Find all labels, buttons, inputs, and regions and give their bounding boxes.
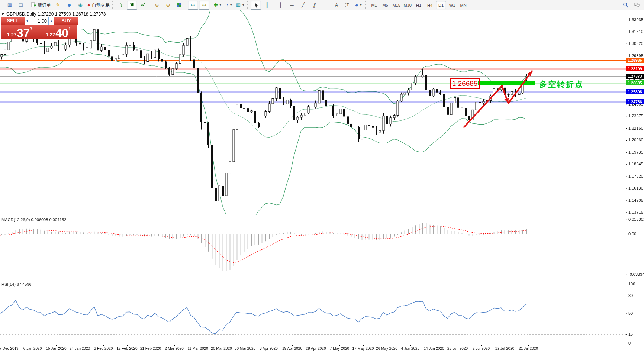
timeframe-button-m15[interactable]: M15 — [391, 1, 402, 9]
auto-scroll-icon: ↦ — [191, 3, 195, 7]
y-axis-tick-label: 1.13715 — [628, 210, 644, 214]
timeframe-button-w1[interactable]: W1 — [447, 1, 457, 9]
y-axis-tick-label: 1.19735 — [628, 150, 644, 154]
zoom-out-button[interactable]: ⊖ — [163, 1, 173, 10]
volume-decrease-button[interactable]: ▼ — [25, 17, 30, 25]
channel-button[interactable]: ∥ — [309, 1, 319, 10]
fibonacci-icon: ≡ — [324, 3, 327, 7]
signals-button[interactable]: ◉ — [75, 1, 86, 10]
line-chart-button[interactable] — [138, 1, 148, 10]
periods-button[interactable]: ◔▼ — [224, 1, 234, 10]
timeframe-button-mn[interactable]: MN — [458, 1, 468, 9]
x-axis-date-label: 23 Jun 2020 — [447, 346, 468, 351]
arrows-button[interactable]: ◆▼ — [354, 1, 364, 10]
x-axis-date-label: 15 Jan 2020 — [46, 346, 66, 351]
community-icon: ☻ — [67, 3, 72, 7]
mt4-window: ▦ ▤ 新订单 ✎ ☻ ◉ ● 自动交易 ⊕ ⊖ ↦ ↤ — [0, 0, 644, 352]
search-button[interactable] — [620, 1, 631, 10]
timeframe-group: M1M5M15M30H1H4D1W1MN — [368, 1, 469, 9]
sell-button[interactable]: SELL — [1, 17, 25, 25]
cursor-button[interactable] — [251, 1, 261, 10]
timeframe-button-m1[interactable]: M1 — [369, 1, 379, 9]
buy-price-main: 40 — [55, 28, 68, 39]
x-axis-date-label: 21 Feb 2020 — [140, 346, 161, 351]
auto-scroll-button[interactable]: ↦ — [188, 1, 198, 10]
pivot-annotation-text[interactable]: 多空转折点 — [539, 79, 584, 90]
sell-price-main: 37 — [17, 28, 29, 39]
text-label-button[interactable]: T — [342, 1, 353, 10]
x-axis-date-label: 21 Jul 2020 — [519, 346, 538, 351]
x-axis-date-label: 14 Jun 2020 — [424, 346, 444, 351]
rsi-label: RSI(14) 67.4596 — [1, 282, 32, 287]
price-tag: 1.26685 — [626, 80, 644, 85]
vertical-line-button[interactable]: │ — [276, 1, 286, 10]
sell-price-display[interactable]: 1.27373 — [1, 25, 39, 39]
metaeditor-button[interactable]: ✎ — [53, 1, 63, 10]
x-axis-date-label: 26 May 2020 — [376, 346, 397, 351]
text-button[interactable]: A — [331, 1, 342, 10]
profiles-button[interactable]: ▤ — [16, 1, 26, 10]
timeframe-button-m30[interactable]: M30 — [402, 1, 413, 9]
clock-icon: ◔ — [225, 3, 228, 7]
chart-shift-icon: ↤ — [202, 3, 206, 7]
chat-button[interactable] — [631, 1, 642, 10]
autotrading-button[interactable]: ● 自动交易 — [86, 1, 111, 10]
x-axis-date-label: 12 Feb 2020 — [116, 346, 137, 351]
x-axis-date-label: 4 Jun 2020 — [401, 346, 420, 351]
timeframe-button-d1[interactable]: D1 — [436, 1, 446, 9]
trendline-button[interactable]: ╱ — [298, 1, 308, 10]
template-icon: ▦ — [236, 3, 241, 7]
spinner-down-icon: ▼ — [26, 20, 29, 22]
indicators-button[interactable]: ✚▼ — [213, 1, 223, 10]
x-axis-date-label: 2 Mar 2020 — [165, 346, 184, 351]
buy-button[interactable]: BUY — [54, 17, 78, 25]
price-tag: 1.28109 — [626, 66, 644, 71]
y-axis-tick-label: 1.17320 — [628, 174, 644, 178]
x-axis-date-label: 19 Apr 2020 — [282, 346, 302, 351]
timeframe-button-h1[interactable]: H1 — [413, 1, 424, 9]
trendline-icon: ╱ — [302, 3, 305, 7]
new-chart-icon: ▦ — [7, 3, 12, 7]
volume-input[interactable]: 1.00 — [30, 17, 49, 25]
buy-price-display[interactable]: 1.27401 — [39, 25, 77, 39]
fibonacci-button[interactable]: ≡ — [320, 1, 331, 10]
candlestick-chart-button[interactable] — [127, 1, 137, 10]
search-icon — [623, 2, 628, 8]
chart-shift-button[interactable]: ↤ — [199, 1, 209, 10]
dropdown-arrow-icon: ▼ — [219, 4, 222, 7]
candlestick-chart-icon — [129, 2, 135, 8]
sell-price-pipette: 3 — [30, 26, 32, 32]
macd-axis-tick-label: 0.013301 — [628, 217, 644, 222]
crosshair-button[interactable]: ╂ — [262, 1, 272, 10]
y-axis-tick-label: 1.18545 — [628, 162, 644, 166]
cursor-icon — [254, 2, 258, 8]
new-chart-button[interactable]: ▦ — [4, 1, 15, 10]
y-axis-tick-label: 1.33035 — [628, 17, 644, 22]
x-axis-date-label: 30 Mar 2020 — [235, 346, 255, 351]
timeframe-button-m5[interactable]: M5 — [380, 1, 390, 9]
toolbar-grip — [1, 1, 3, 9]
buy-price-prefix: 1.27 — [46, 32, 55, 38]
bar-chart-button[interactable] — [116, 1, 126, 10]
tile-windows-icon — [176, 2, 182, 8]
x-axis-date-label: 6 Jan 2020 — [23, 346, 42, 351]
x-axis-date-label: 24 Jan 2020 — [70, 346, 90, 351]
zoom-in-button[interactable]: ⊕ — [152, 1, 162, 10]
zoom-in-icon: ⊕ — [155, 3, 159, 7]
templates-button[interactable]: ▦▼ — [235, 1, 246, 10]
line-chart-icon — [140, 2, 146, 8]
timeframe-button-h4[interactable]: H4 — [425, 1, 435, 9]
symbol-header: ◤ GBPUSD,Daily 1.27280 1.27590 1.26718 1… — [2, 12, 106, 17]
community-button[interactable]: ☻ — [64, 1, 74, 10]
price-tag: 1.28986 — [626, 58, 644, 63]
price-level-callout[interactable]: 1.26685 — [450, 78, 480, 89]
new-order-label: 新订单 — [38, 3, 51, 7]
chart-canvas[interactable] — [0, 0, 644, 352]
new-order-button[interactable]: 新订单 — [29, 1, 52, 10]
tile-windows-button[interactable] — [174, 1, 184, 10]
crosshair-icon: ╂ — [265, 3, 268, 7]
toolbar: ▦ ▤ 新订单 ✎ ☻ ◉ ● 自动交易 ⊕ ⊖ ↦ ↤ — [0, 0, 644, 10]
dropdown-arrow-icon: ▼ — [359, 4, 362, 7]
horizontal-line-button[interactable]: ─ — [287, 1, 297, 10]
volume-increase-button[interactable]: ▲ — [49, 17, 54, 25]
